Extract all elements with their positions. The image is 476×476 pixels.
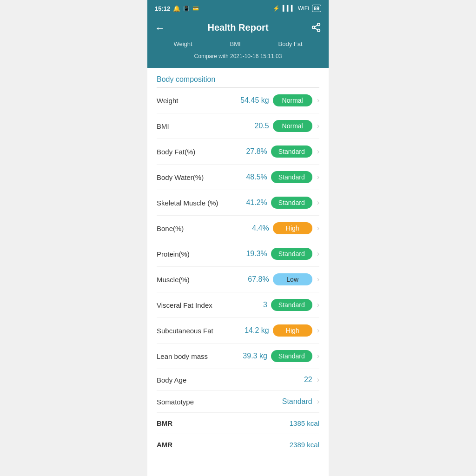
metric-label-muscle: Muscle(%)	[157, 276, 244, 284]
nfc-icon: 💳	[192, 6, 199, 12]
metric-row-body-water[interactable]: Body Water(%) 48.5% Standard ›	[157, 165, 319, 190]
metric-row-weight[interactable]: Weight 54.45 kg Normal ›	[157, 88, 319, 113]
status-badge-bmi: Normal	[273, 120, 312, 132]
metric-label-bmi: BMI	[157, 122, 244, 130]
metric-row-protein[interactable]: Protein(%) 19.3% Standard ›	[157, 241, 319, 267]
status-left: 15:12 🔔 📳 💳	[155, 5, 199, 12]
metric-label-bone: Bone(%)	[157, 225, 244, 232]
metric-label-body-water: Body Water(%)	[157, 173, 242, 181]
metric-value-body-age: 22	[287, 376, 312, 384]
metric-value-visceral-fat: 3	[242, 301, 267, 309]
metric-right-weight: 54.45 kg Normal ›	[240, 94, 319, 106]
back-button[interactable]: ←	[155, 22, 165, 34]
app-header: ← Health Report Weight BMI Body Fat Comp…	[147, 17, 329, 68]
metric-label-body-fat: Body Fat(%)	[157, 148, 242, 156]
section-title-body-composition: Body composition	[157, 75, 319, 84]
metric-value-somatotype: Standard	[282, 397, 312, 406]
chevron-icon-subcutaneous-fat: ›	[317, 326, 319, 335]
status-badge-visceral-fat: Standard	[271, 299, 312, 311]
metric-row-subcutaneous-fat[interactable]: Subcutaneous Fat 14.2 kg High ›	[157, 318, 319, 344]
status-badge-lean-body-mass: Standard	[271, 350, 312, 362]
tab-bmi[interactable]: BMI	[230, 40, 241, 48]
metric-right-bmr: 1385 kcal	[290, 419, 319, 427]
chevron-icon-muscle: ›	[317, 275, 319, 284]
wifi-icon: WiFi	[298, 5, 309, 12]
time-display: 15:12	[155, 5, 170, 12]
status-badge-skeletal-muscle: Standard	[271, 197, 312, 209]
metric-value-body-fat: 27.8%	[242, 147, 267, 156]
metric-right-bmi: 20.5 Normal ›	[244, 120, 319, 132]
svg-line-3	[315, 28, 317, 30]
metric-row-somatotype[interactable]: Somatotype Standard ›	[157, 391, 319, 413]
metric-row-lean-body-mass[interactable]: Lean body mass 39.3 kg Standard ›	[157, 344, 319, 369]
metric-label-amr: AMR	[157, 441, 290, 449]
metric-label-somatotype: Somatotype	[157, 398, 282, 406]
metric-right-body-water: 48.5% Standard ›	[242, 171, 319, 183]
metric-value-amr: 2389 kcal	[290, 441, 319, 449]
svg-line-4	[315, 25, 317, 27]
metric-label-bmr: BMR	[157, 419, 290, 427]
chevron-icon-bone: ›	[317, 224, 319, 232]
metric-value-lean-body-mass: 39.3 kg	[242, 352, 267, 360]
metric-right-body-age: 22 ›	[287, 376, 319, 384]
alarm-icon: 🔔	[173, 5, 180, 12]
metric-right-lean-body-mass: 39.3 kg Standard ›	[242, 350, 319, 362]
tab-weight[interactable]: Weight	[173, 40, 192, 48]
status-bar: 15:12 🔔 📳 💳 ⚡ ▍▍▍ WiFi 69	[147, 0, 329, 17]
battery-display: 69	[312, 5, 321, 12]
chevron-icon-skeletal-muscle: ›	[317, 198, 319, 207]
metric-row-skeletal-muscle[interactable]: Skeletal Muscle (%) 41.2% Standard ›	[157, 190, 319, 216]
metric-row-amr: AMR 2389 kcal	[157, 434, 319, 455]
metric-label-lean-body-mass: Lean body mass	[157, 352, 242, 360]
metric-right-skeletal-muscle: 41.2% Standard ›	[242, 197, 319, 209]
metric-row-muscle[interactable]: Muscle(%) 67.8% Low ›	[157, 267, 319, 292]
page-title: Health Report	[155, 22, 321, 33]
status-badge-body-fat: Standard	[271, 145, 312, 158]
bluetooth-icon: ⚡	[273, 5, 280, 12]
chevron-icon-somatotype: ›	[317, 397, 319, 406]
metric-right-muscle: 67.8% Low ›	[244, 273, 319, 285]
tab-body-fat[interactable]: Body Fat	[278, 40, 303, 48]
metric-value-bone: 4.4%	[244, 224, 269, 232]
metric-right-body-fat: 27.8% Standard ›	[242, 145, 319, 158]
status-right: ⚡ ▍▍▍ WiFi 69	[273, 5, 321, 12]
metric-row-visceral-fat[interactable]: Visceral Fat Index 3 Standard ›	[157, 292, 319, 318]
content-area: Body composition Weight 54.45 kg Normal …	[147, 68, 329, 467]
metric-right-protein: 19.3% Standard ›	[242, 248, 319, 260]
chevron-icon-lean-body-mass: ›	[317, 352, 319, 360]
metric-value-muscle: 67.8%	[244, 275, 269, 284]
vibrate-icon: 📳	[183, 6, 190, 12]
metric-value-protein: 19.3%	[242, 250, 267, 258]
chevron-icon-bmi: ›	[317, 122, 319, 130]
status-badge-bone: High	[273, 222, 312, 234]
metric-right-amr: 2389 kcal	[290, 441, 319, 449]
status-badge-muscle: Low	[273, 273, 312, 285]
chevron-icon-weight: ›	[317, 96, 319, 105]
metric-row-bmr: BMR 1385 kcal	[157, 413, 319, 434]
compare-text: Compare with 2021-10-16 15:11:03	[155, 53, 321, 60]
status-badge-weight: Normal	[273, 94, 312, 106]
metric-row-body-fat[interactable]: Body Fat(%) 27.8% Standard ›	[157, 139, 319, 165]
metric-row-body-age[interactable]: Body Age 22 ›	[157, 369, 319, 391]
status-badge-body-water: Standard	[271, 171, 312, 183]
metric-value-skeletal-muscle: 41.2%	[242, 198, 267, 207]
share-button[interactable]	[311, 22, 321, 35]
metric-right-subcutaneous-fat: 14.2 kg High ›	[244, 324, 319, 337]
metric-right-somatotype: Standard ›	[282, 397, 319, 406]
metric-label-visceral-fat: Visceral Fat Index	[157, 301, 242, 309]
signal-icon: ▍▍▍	[283, 5, 295, 12]
status-badge-subcutaneous-fat: High	[273, 324, 312, 337]
metric-row-bmi[interactable]: BMI 20.5 Normal ›	[157, 113, 319, 139]
metric-value-bmi: 20.5	[244, 122, 269, 130]
metric-value-weight: 54.45 kg	[240, 96, 269, 105]
chevron-icon-visceral-fat: ›	[317, 301, 319, 309]
metric-label-body-age: Body Age	[157, 376, 287, 384]
metric-label-weight: Weight	[157, 97, 240, 105]
metric-right-visceral-fat: 3 Standard ›	[242, 299, 319, 311]
header-tabs: Weight BMI Body Fat	[155, 40, 321, 48]
metric-value-subcutaneous-fat: 14.2 kg	[244, 326, 269, 335]
phone-container: 15:12 🔔 📳 💳 ⚡ ▍▍▍ WiFi 69 ← Health Repor…	[147, 0, 329, 476]
metric-label-protein: Protein(%)	[157, 250, 242, 258]
chevron-icon-body-age: ›	[317, 376, 319, 384]
metric-row-bone[interactable]: Bone(%) 4.4% High ›	[157, 216, 319, 241]
